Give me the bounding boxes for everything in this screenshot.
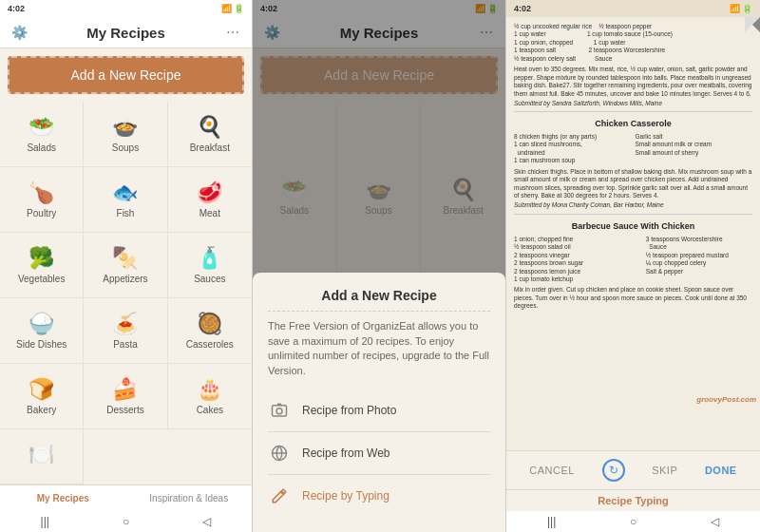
recipe1-text: 8 chicken thighs (or any parts) 1 can sl… xyxy=(514,133,752,210)
left-screen: 4:02 📶 🔋 ⚙️ My Recipes ⋯ Add a New Recip… xyxy=(0,0,253,532)
category-salads[interactable]: 🥗 Salads xyxy=(0,102,84,167)
typing-label: Recipe by Typing xyxy=(302,489,390,503)
sys-menu-right[interactable]: ||| xyxy=(547,515,556,528)
watermark: groovyPost.com xyxy=(696,394,756,405)
sys-back-right[interactable]: ◁ xyxy=(711,515,719,528)
recipe-grid-left: 🥗 Salads 🍲 Soups 🍳 Breakfast 🍗 Poultry 🐟… xyxy=(0,102,252,484)
sys-nav-right: ||| ○ ◁ xyxy=(506,511,760,532)
web-label: Recipe from Web xyxy=(302,446,390,460)
nav-my-recipes[interactable]: My Recipes xyxy=(0,485,126,511)
sys-home-right[interactable]: ○ xyxy=(630,515,636,528)
page-curl xyxy=(745,17,760,32)
typing-tab[interactable]: Recipe Typing xyxy=(506,489,760,511)
appetizers-label: Appetizers xyxy=(103,274,147,284)
modal-description: The Free Version of OrganizEat allows yo… xyxy=(268,319,490,378)
cakes-label: Cakes xyxy=(197,405,223,415)
desserts-icon: 🍰 xyxy=(112,377,138,402)
signal-icon-right: 📶 xyxy=(730,4,740,13)
sauces-icon: 🧴 xyxy=(197,246,222,271)
poultry-icon: 🍗 xyxy=(28,180,54,205)
side-dishes-icon: 🍚 xyxy=(28,312,54,336)
casseroles-label: Casseroles xyxy=(186,339,234,350)
web-icon xyxy=(268,442,291,465)
sys-nav-left: ||| ○ ◁ xyxy=(0,511,252,532)
soups-icon: 🍲 xyxy=(112,115,138,140)
category-desserts[interactable]: 🍰 Desserts xyxy=(84,364,167,429)
bottom-nav-left: My Recipes Inspiration & Ideas xyxy=(0,484,252,511)
vegetables-label: Vegetables xyxy=(18,274,66,284)
sys-menu-icon[interactable]: ||| xyxy=(41,515,49,528)
fish-label: Fish xyxy=(117,208,135,218)
meat-icon: 🥩 xyxy=(197,180,222,205)
misc-icon: 🍽️ xyxy=(28,443,54,467)
side-dishes-label: Side Dishes xyxy=(16,339,66,350)
cancel-button[interactable]: CANCEL xyxy=(529,465,575,476)
modal-sheet: Add a New Recipe The Free Version of Org… xyxy=(253,273,505,532)
recipe2-title: Barbecue Sauce With Chicken xyxy=(514,220,752,233)
svg-point-1 xyxy=(276,408,282,414)
recipe2-text: 1 onion, chopped fine ½ teaspoon salad o… xyxy=(514,236,752,311)
recipe-content: ½ cup uncooked regular rice ½ teaspoon p… xyxy=(506,17,760,450)
category-bakery[interactable]: 🍞 Bakery xyxy=(0,364,84,429)
status-bar-left: 4:02 📶 🔋 xyxy=(0,0,252,17)
meat-label: Meat xyxy=(200,208,220,218)
right-screen: 4:02 📶 🔋 ½ cup uncooked regular rice ½ t… xyxy=(506,0,760,532)
category-soups[interactable]: 🍲 Soups xyxy=(84,102,167,167)
category-pasta[interactable]: 🍝 Pasta xyxy=(84,298,167,364)
settings-icon[interactable]: ⚙️ xyxy=(10,23,28,42)
signal-icon: 📶 xyxy=(221,4,232,13)
breakfast-label: Breakfast xyxy=(190,142,230,153)
modal-option-photo[interactable]: Recipe from Photo xyxy=(268,390,490,432)
modal-overlay: Add a New Recipe The Free Version of Org… xyxy=(253,0,505,532)
bakery-label: Bakery xyxy=(27,405,56,415)
photo-icon xyxy=(268,399,291,422)
app-title-left: My Recipes xyxy=(28,25,223,41)
sys-home-icon[interactable]: ○ xyxy=(123,515,129,528)
recipe-text-intro: ½ cup uncooked regular rice ½ teaspoon p… xyxy=(514,23,752,107)
typing-icon xyxy=(268,484,291,507)
category-misc[interactable]: 🍽️ xyxy=(0,429,84,484)
category-sauces[interactable]: 🧴 Sauces xyxy=(168,233,252,298)
modal-option-typing[interactable]: Recipe by Typing xyxy=(268,475,490,517)
casseroles-icon: 🥘 xyxy=(197,312,222,336)
vegetables-icon: 🥦 xyxy=(28,246,54,271)
modal-option-web[interactable]: Recipe from Web xyxy=(268,432,490,475)
status-time-right: 4:02 xyxy=(514,4,531,13)
nav-inspiration[interactable]: Inspiration & Ideas xyxy=(126,485,253,511)
sys-back-icon[interactable]: ◁ xyxy=(202,515,211,528)
salads-label: Salads xyxy=(27,142,56,153)
breakfast-icon: 🍳 xyxy=(197,115,222,140)
category-side-dishes[interactable]: 🍚 Side Dishes xyxy=(0,298,84,364)
pasta-icon: 🍝 xyxy=(112,312,138,336)
refresh-icon[interactable]: ↻ xyxy=(602,459,625,482)
category-cakes[interactable]: 🎂 Cakes xyxy=(168,364,252,429)
category-casseroles[interactable]: 🥘 Casseroles xyxy=(168,298,252,364)
recipe1-title: Chicken Casserole xyxy=(514,118,752,130)
bakery-icon: 🍞 xyxy=(28,377,54,402)
status-bar-right: 4:02 📶 🔋 xyxy=(506,0,760,17)
battery-icon: 🔋 xyxy=(234,4,244,13)
right-action-bar: CANCEL ↻ SKIP DONE xyxy=(506,450,760,489)
done-button[interactable]: DONE xyxy=(705,465,737,476)
add-recipe-button-left[interactable]: Add a New Recipe xyxy=(8,56,244,94)
category-poultry[interactable]: 🍗 Poultry xyxy=(0,167,84,233)
app-header-left: ⚙️ My Recipes ⋯ xyxy=(0,17,252,48)
salads-icon: 🥗 xyxy=(28,115,54,140)
category-fish[interactable]: 🐟 Fish xyxy=(84,167,167,233)
category-meat[interactable]: 🥩 Meat xyxy=(168,167,252,233)
status-time: 4:02 xyxy=(8,4,25,13)
fish-icon: 🐟 xyxy=(112,180,138,205)
category-appetizers[interactable]: 🍢 Appetizers xyxy=(84,233,167,298)
category-vegetables[interactable]: 🥦 Vegetables xyxy=(0,233,84,298)
sauces-label: Sauces xyxy=(194,274,225,284)
pasta-label: Pasta xyxy=(113,339,138,350)
skip-button[interactable]: SKIP xyxy=(652,465,677,476)
category-breakfast[interactable]: 🍳 Breakfast xyxy=(168,102,252,167)
soups-label: Soups xyxy=(112,142,139,153)
photo-label: Recipe from Photo xyxy=(302,404,396,417)
modal-title: Add a New Recipe xyxy=(268,288,490,303)
appetizers-icon: 🍢 xyxy=(112,246,138,271)
poultry-label: Poultry xyxy=(27,208,56,218)
recipe-book: ½ cup uncooked regular rice ½ teaspoon p… xyxy=(506,17,760,450)
more-icon[interactable]: ⋯ xyxy=(223,23,242,42)
